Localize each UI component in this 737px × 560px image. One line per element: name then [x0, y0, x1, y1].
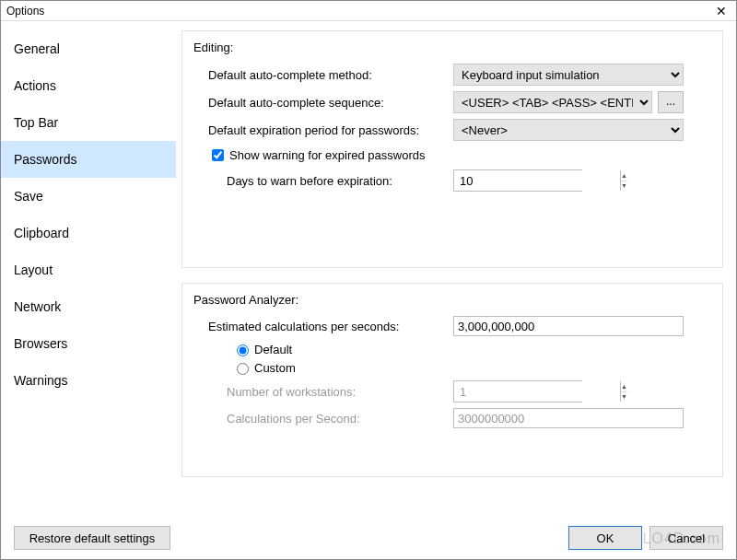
analyzer-title: Password Analyzer: — [193, 293, 709, 307]
label-radio-default: Default — [254, 343, 292, 356]
row-days-to-warn: Days to warn before expiration: ▲ ▼ — [195, 169, 709, 192]
input-calc-per-second — [453, 408, 684, 428]
checkbox-show-warning[interactable] — [212, 149, 224, 161]
label-workstations: Number of workstations: — [195, 385, 453, 399]
row-workstations: Number of workstations: ▲ ▼ — [195, 380, 709, 402]
window-title: Options — [6, 5, 712, 18]
sidebar-item-warnings[interactable]: Warnings — [1, 362, 176, 399]
titlebar: Options ✕ — [1, 1, 736, 21]
cancel-button[interactable]: Cancel — [649, 526, 723, 550]
label-days-to-warn: Days to warn before expiration: — [195, 174, 453, 188]
content-pane: Editing: Default auto-complete method: K… — [176, 21, 736, 517]
sidebar-item-passwords[interactable]: Passwords — [1, 141, 176, 178]
spinner-days-to-warn: ▲ ▼ — [453, 169, 582, 192]
options-window: Options ✕ General Actions Top Bar Passwo… — [0, 0, 737, 560]
label-estimated-calc: Estimated calculations per seconds: — [195, 320, 453, 333]
input-estimated-calc — [453, 316, 684, 336]
sidebar-item-network[interactable]: Network — [1, 288, 176, 325]
editing-title: Editing: — [193, 41, 709, 54]
label-autocomplete-method: Default auto-complete method: — [195, 68, 453, 82]
window-body: General Actions Top Bar Passwords Save C… — [1, 21, 736, 517]
sidebar-item-top-bar[interactable]: Top Bar — [1, 104, 176, 141]
input-workstations — [454, 381, 620, 402]
label-autocomplete-sequence: Default auto-complete sequence: — [195, 96, 453, 110]
select-autocomplete-method[interactable]: Keyboard input simulation — [453, 64, 684, 86]
spinner-down-icon: ▼ — [621, 392, 627, 402]
sidebar-item-browsers[interactable]: Browsers — [1, 325, 176, 362]
close-icon[interactable]: ✕ — [712, 5, 731, 18]
radio-custom[interactable] — [237, 363, 249, 375]
spinner-up-icon: ▲ — [621, 381, 627, 392]
radio-default[interactable] — [237, 344, 249, 356]
label-expiration-period: Default expiration period for passwords: — [195, 123, 453, 137]
autocomplete-sequence-more-button[interactable]: ... — [658, 91, 684, 113]
footer: Restore default settings OK Cancel — [1, 517, 736, 559]
row-expiration-period: Default expiration period for passwords:… — [195, 119, 709, 141]
spinner-down-icon[interactable]: ▼ — [621, 181, 627, 192]
sidebar-item-general[interactable]: General — [1, 30, 176, 67]
row-calc-per-second: Calculations per Second: — [195, 408, 709, 428]
ok-button[interactable]: OK — [568, 526, 642, 550]
editing-group: Editing: Default auto-complete method: K… — [181, 30, 723, 268]
select-autocomplete-sequence[interactable]: <USER> <TAB> <PASS> <ENTER> — [453, 91, 652, 113]
spinner-workstations: ▲ ▼ — [453, 380, 582, 402]
radio-group-mode: Default Custom — [195, 342, 709, 375]
label-calc-per-second: Calculations per Second: — [195, 412, 453, 426]
label-radio-custom: Custom — [254, 361, 296, 375]
row-show-warning: Show warning for expired passwords — [195, 146, 709, 164]
row-autocomplete-sequence: Default auto-complete sequence: <USER> <… — [195, 91, 709, 113]
restore-defaults-button[interactable]: Restore default settings — [14, 526, 170, 550]
input-days-to-warn[interactable] — [454, 170, 620, 191]
sidebar-item-actions[interactable]: Actions — [1, 67, 176, 104]
row-estimated-calc: Estimated calculations per seconds: — [195, 316, 709, 336]
label-show-warning: Show warning for expired passwords — [229, 148, 425, 162]
sidebar-item-layout[interactable]: Layout — [1, 251, 176, 288]
spinner-up-icon[interactable]: ▲ — [621, 170, 627, 181]
analyzer-group: Password Analyzer: Estimated calculation… — [181, 283, 723, 477]
select-expiration-period[interactable]: <Never> — [453, 119, 684, 141]
sidebar-item-save[interactable]: Save — [1, 178, 176, 215]
sidebar: General Actions Top Bar Passwords Save C… — [1, 21, 176, 517]
sidebar-item-clipboard[interactable]: Clipboard — [1, 215, 176, 251]
row-autocomplete-method: Default auto-complete method: Keyboard i… — [195, 64, 709, 86]
